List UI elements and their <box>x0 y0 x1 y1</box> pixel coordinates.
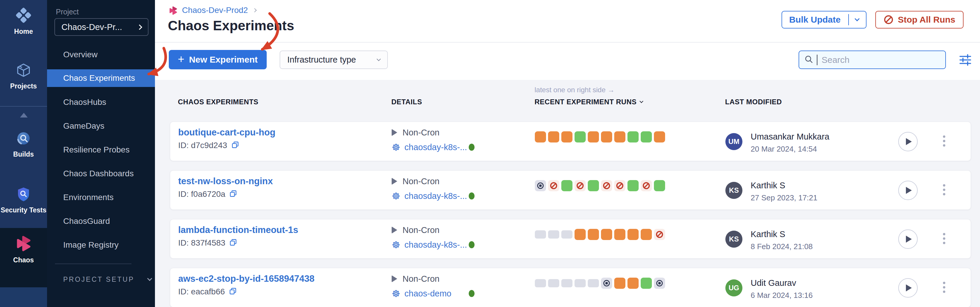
sidebar-item-chaosguard[interactable]: ChaosGuard <box>47 209 155 233</box>
run-status-aborted[interactable] <box>574 180 586 191</box>
infrastructure-status-dot <box>469 241 474 248</box>
experiment-name-link[interactable]: boutique-cart-cpu-hog <box>178 126 391 139</box>
run-experiment-button[interactable] <box>898 278 918 298</box>
stop-all-runs-button[interactable]: Stop All Runs <box>875 11 964 28</box>
breadcrumb-project-link[interactable]: Chaos-Dev-Prod2 <box>182 6 248 15</box>
run-status-success[interactable] <box>627 131 639 142</box>
infrastructure-link[interactable]: chaosday-k8s-... <box>404 191 467 201</box>
run-status-warning[interactable] <box>548 131 559 142</box>
run-status-aborted[interactable] <box>601 180 612 191</box>
search-input[interactable] <box>821 55 940 65</box>
sidebar-item-image-registry[interactable]: Image Registry <box>47 233 155 257</box>
row-menu-button[interactable] <box>943 282 945 307</box>
row-actions <box>898 272 970 307</box>
infrastructure-type-select[interactable]: Infrastructure type <box>280 51 388 69</box>
table-row[interactable]: lambda-function-timeout-1s ID: 837f4583 … <box>170 219 971 258</box>
modified-by-name: Udit Gaurav <box>751 278 813 288</box>
run-status-warning[interactable] <box>614 229 625 240</box>
modified-by-name: Karthik S <box>751 181 818 190</box>
run-status-success[interactable] <box>641 278 652 289</box>
rail-item-chaos[interactable]: Chaos <box>0 235 47 264</box>
collapse-up-icon[interactable] <box>20 113 28 117</box>
rail-item-label: Home <box>14 28 33 36</box>
experiment-name-link[interactable]: lambda-function-timeout-1s <box>178 223 391 236</box>
infrastructure-link[interactable]: chaos-demo <box>404 289 452 299</box>
column-header-recent-runs[interactable]: RECENT EXPERIMENT RUNS <box>535 98 725 106</box>
last-modified-cell: UM Umasankar Mukkara 20 Mar 2024, 14:54 <box>725 126 898 161</box>
run-status-warning[interactable] <box>614 278 625 289</box>
run-status-warning[interactable] <box>654 131 665 142</box>
run-experiment-button[interactable] <box>898 132 918 151</box>
run-status-warning[interactable] <box>588 229 599 240</box>
run-status-warning[interactable] <box>588 131 599 142</box>
play-type-icon <box>391 178 397 185</box>
table-row[interactable]: aws-ec2-stop-by-id-1658947438 ID: eacafb… <box>170 268 971 307</box>
run-experiment-button[interactable] <box>898 181 918 200</box>
new-experiment-button[interactable]: + New Experiment <box>169 50 267 69</box>
avatar: UM <box>725 133 743 150</box>
run-status-warning[interactable] <box>574 229 586 240</box>
run-status-warning[interactable] <box>627 278 639 289</box>
run-status-stopped[interactable] <box>601 278 612 289</box>
run-status-warning[interactable] <box>627 229 639 240</box>
details-cell: Non-Cron ☸chaosday-k8s-... <box>391 126 535 161</box>
rail-item-home[interactable]: Home <box>0 7 47 36</box>
search-field[interactable] <box>799 51 946 69</box>
sidebar-item-overview[interactable]: Overview <box>47 43 155 66</box>
row-menu-button[interactable] <box>943 184 945 209</box>
bulk-update-button[interactable]: Bulk Update <box>781 11 867 28</box>
experiment-name-link[interactable]: test-nw-loss-on-nginx <box>178 175 391 188</box>
run-status-stopped[interactable] <box>535 180 546 191</box>
chevron-right-icon <box>137 24 142 30</box>
experiment-name-link[interactable]: aws-ec2-stop-by-id-1658947438 <box>178 272 391 285</box>
run-status-warning[interactable] <box>641 229 652 240</box>
rail-item-security-tests[interactable]: Security Tests <box>0 186 47 214</box>
run-experiment-button[interactable] <box>898 229 918 249</box>
chevron-down-icon[interactable] <box>855 16 860 21</box>
run-status-success[interactable] <box>561 180 573 191</box>
project-selector[interactable]: Chaos-Dev-Pr... <box>54 18 148 36</box>
run-status-success[interactable] <box>588 180 599 191</box>
row-menu-button[interactable] <box>943 233 945 258</box>
run-status-aborted[interactable] <box>548 180 559 191</box>
sidebar-item-gamedays[interactable]: GameDays <box>47 114 155 138</box>
run-status-warning[interactable] <box>535 131 546 142</box>
filter-icon[interactable] <box>959 54 972 67</box>
row-menu-button[interactable] <box>943 135 945 161</box>
sidebar-item-resilience-probes[interactable]: Resilience Probes <box>47 138 155 161</box>
run-status-success[interactable] <box>627 180 639 191</box>
text-cursor <box>817 55 818 65</box>
run-status-warning[interactable] <box>601 229 612 240</box>
sidebar-item-environments[interactable]: Environments <box>47 185 155 209</box>
copy-icon[interactable] <box>229 239 237 247</box>
run-status-success[interactable] <box>641 131 652 142</box>
rail-item-builds[interactable]: Builds <box>0 130 47 158</box>
run-status-warning[interactable] <box>614 131 625 142</box>
project-setup-toggle[interactable]: PROJECT SETUP <box>63 275 151 283</box>
infrastructure-link[interactable]: chaosday-k8s-... <box>404 240 467 250</box>
infrastructure-link[interactable]: chaosday-k8s-... <box>404 142 467 152</box>
sidebar-item-chaos-experiments[interactable]: Chaos Experiments <box>47 69 155 87</box>
table-row[interactable]: test-nw-loss-on-nginx ID: f0a6720a Non-C… <box>170 170 971 210</box>
run-status-success[interactable] <box>574 131 586 142</box>
copy-icon[interactable] <box>231 141 239 150</box>
run-status-aborted[interactable] <box>641 180 652 191</box>
run-status-warning[interactable] <box>601 131 612 142</box>
chaos-logo-icon <box>169 4 178 16</box>
rail-item-projects[interactable]: Projects <box>0 62 47 90</box>
rail-item-label: Security Tests <box>1 206 46 214</box>
rail-bottom-section <box>0 287 47 307</box>
play-type-icon <box>391 129 397 136</box>
run-status-stopped[interactable] <box>654 278 665 289</box>
table-row[interactable]: boutique-cart-cpu-hog ID: d7c9d243 Non-C… <box>170 122 971 161</box>
run-status-success[interactable] <box>654 180 665 191</box>
rail-item-label: Chaos <box>13 256 34 264</box>
sidebar-item-chaoshubs[interactable]: ChaosHubs <box>47 90 155 114</box>
run-status-warning[interactable] <box>561 131 573 142</box>
copy-icon[interactable] <box>229 287 237 296</box>
run-status-aborted[interactable] <box>614 180 625 191</box>
run-status-aborted[interactable] <box>654 229 665 240</box>
column-header-experiments: CHAOS EXPERIMENTS <box>178 98 391 106</box>
copy-icon[interactable] <box>229 190 237 199</box>
sidebar-item-chaos-dashboards[interactable]: Chaos Dashboards <box>47 161 155 185</box>
